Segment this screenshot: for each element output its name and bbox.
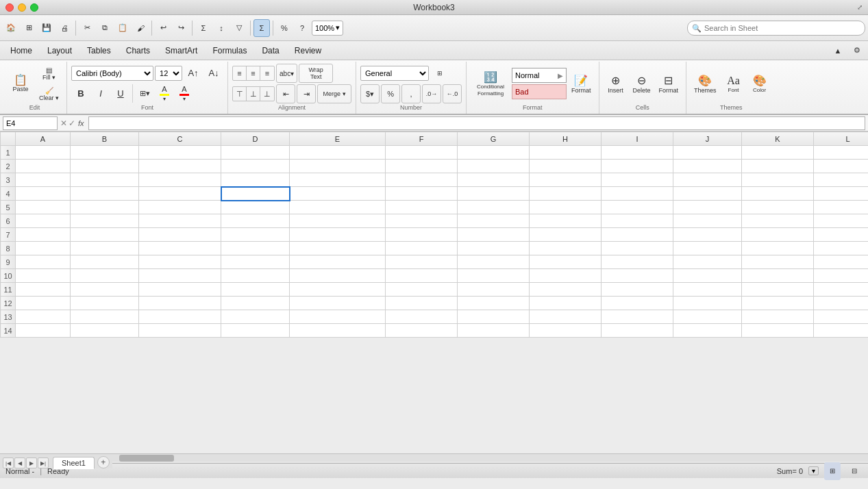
cell-H6[interactable] (530, 214, 602, 228)
sum-dropdown-btn[interactable]: ▾ (808, 466, 819, 475)
home-icon[interactable]: 🏠 (3, 19, 19, 37)
cell-F2[interactable] (386, 160, 458, 173)
cell-G4[interactable] (458, 187, 530, 201)
undo-icon[interactable]: ↩ (155, 19, 171, 37)
col-header-A[interactable]: A (16, 132, 71, 146)
cell-A14[interactable] (16, 324, 71, 338)
cell-K13[interactable] (742, 310, 814, 324)
cell-I10[interactable] (602, 269, 673, 283)
menu-smartart[interactable]: SmartArt (158, 43, 205, 58)
cell-L14[interactable] (814, 324, 869, 338)
cell-L1[interactable] (814, 146, 869, 160)
add-sheet-button[interactable]: + (97, 456, 110, 468)
cell-B14[interactable] (71, 324, 139, 338)
cell-F6[interactable] (386, 214, 458, 228)
fill-color-dropdown[interactable]: ▾ (163, 96, 166, 102)
cell-C9[interactable] (139, 255, 221, 269)
cell-G9[interactable] (458, 255, 530, 269)
sort-icon[interactable]: ↕ (213, 19, 230, 37)
borders-button[interactable]: ⊞▾ (135, 84, 154, 103)
cell-E14[interactable] (290, 324, 386, 338)
align-bottom-btn[interactable]: ⊥ (260, 87, 274, 101)
cell-D1[interactable] (221, 146, 290, 160)
cell-L3[interactable] (814, 173, 869, 187)
cell-H3[interactable] (530, 173, 602, 187)
col-header-H[interactable]: H (530, 132, 602, 146)
cell-I2[interactable] (602, 160, 673, 173)
cell-D11[interactable] (221, 283, 290, 297)
font-increase-btn[interactable]: A↑ (184, 64, 203, 83)
cell-K7[interactable] (742, 228, 814, 242)
cell-E12[interactable] (290, 297, 386, 310)
cell-I3[interactable] (602, 173, 673, 187)
wrap-text-btn[interactable]: WrapText (299, 64, 333, 83)
cell-D8[interactable] (221, 242, 290, 255)
cell-L9[interactable] (814, 255, 869, 269)
cell-H8[interactable] (530, 242, 602, 255)
save-icon[interactable]: 💾 (38, 19, 55, 37)
cell-E9[interactable] (290, 255, 386, 269)
ribbon-options-btn[interactable]: ⚙ (849, 42, 865, 60)
cell-F4[interactable] (386, 187, 458, 201)
cell-H1[interactable] (530, 146, 602, 160)
cell-G10[interactable] (458, 269, 530, 283)
cell-H12[interactable] (530, 297, 602, 310)
cell-F13[interactable] (386, 310, 458, 324)
cell-D14[interactable] (221, 324, 290, 338)
cell-I8[interactable] (602, 242, 673, 255)
cell-I11[interactable] (602, 283, 673, 297)
cell-A6[interactable] (16, 214, 71, 228)
cell-C7[interactable] (139, 228, 221, 242)
cell-H9[interactable] (530, 255, 602, 269)
cell-B9[interactable] (71, 255, 139, 269)
cell-D10[interactable] (221, 269, 290, 283)
sum-icon[interactable]: Σ (195, 19, 212, 37)
copy-icon[interactable]: ⧉ (97, 19, 113, 37)
increase-decimal-btn[interactable]: .0→ (422, 84, 441, 103)
cell-J9[interactable] (673, 255, 742, 269)
col-header-L[interactable]: L (814, 132, 869, 146)
cell-J13[interactable] (673, 310, 742, 324)
horizontal-scrollbar[interactable] (112, 453, 868, 462)
font-color-button[interactable]: A ▾ (175, 83, 194, 104)
cell-F14[interactable] (386, 324, 458, 338)
cell-E2[interactable] (290, 160, 386, 173)
cell-J14[interactable] (673, 324, 742, 338)
cell-G8[interactable] (458, 242, 530, 255)
cell-J6[interactable] (673, 214, 742, 228)
grid-icon[interactable]: ⊞ (21, 19, 37, 37)
menu-data[interactable]: Data (254, 43, 286, 58)
cell-H2[interactable] (530, 160, 602, 173)
cell-K5[interactable] (742, 201, 814, 214)
normal-expand-btn[interactable]: ▶ (558, 72, 563, 79)
cell-K11[interactable] (742, 283, 814, 297)
cell-D9[interactable] (221, 255, 290, 269)
cell-A9[interactable] (16, 255, 71, 269)
menu-layout[interactable]: Layout (40, 43, 79, 58)
cell-B13[interactable] (71, 310, 139, 324)
cell-J12[interactable] (673, 297, 742, 310)
align-center-btn[interactable]: ≡ (247, 66, 260, 80)
cell-E10[interactable] (290, 269, 386, 283)
cell-K4[interactable] (742, 187, 814, 201)
cell-D13[interactable] (221, 310, 290, 324)
indent-increase-btn[interactable]: ⇥ (297, 84, 316, 103)
grid-scroll-area[interactable]: A B C D E F G H I J K L 1234567891011121… (0, 131, 868, 453)
cell-L11[interactable] (814, 283, 869, 297)
cell-F10[interactable] (386, 269, 458, 283)
align-middle-btn[interactable]: ⊥ (247, 87, 260, 101)
cell-B10[interactable] (71, 269, 139, 283)
insert-button[interactable]: ⊕ Insert (604, 66, 628, 101)
menu-tables[interactable]: Tables (79, 43, 119, 58)
formula-cancel-btn[interactable]: ✕ (60, 118, 67, 128)
italic-button[interactable]: I (91, 84, 110, 103)
cell-G5[interactable] (458, 201, 530, 214)
cell-B5[interactable] (71, 201, 139, 214)
cell-J2[interactable] (673, 160, 742, 173)
cell-I5[interactable] (602, 201, 673, 214)
cell-L5[interactable] (814, 201, 869, 214)
indent-decrease-btn[interactable]: ⇤ (276, 84, 295, 103)
cell-A3[interactable] (16, 173, 71, 187)
cell-J1[interactable] (673, 146, 742, 160)
cell-E3[interactable] (290, 173, 386, 187)
